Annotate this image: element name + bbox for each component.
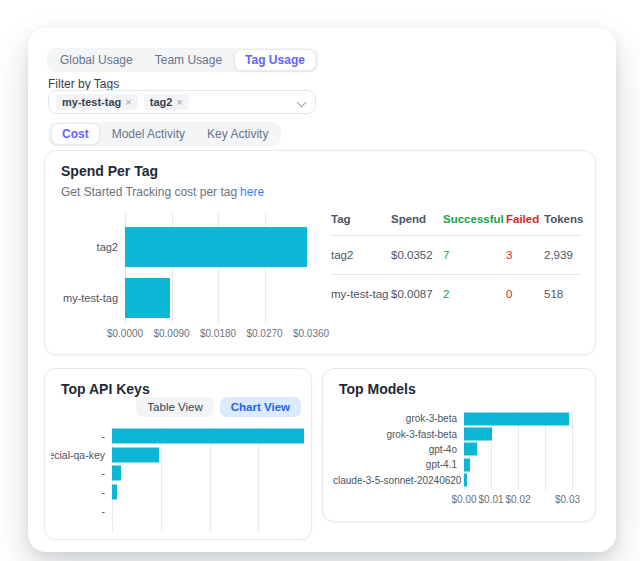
col-header-failed: Failed [506, 207, 544, 236]
cell-tokens: 518 [544, 275, 581, 314]
x-axis: $0.0000$0.0090$0.0180$0.0270$0.0360 [125, 325, 311, 339]
bar [112, 447, 159, 462]
view-toggle: Table View Chart View [136, 397, 301, 417]
bar [112, 485, 117, 500]
chart-row: - [51, 501, 307, 520]
cell-tag: my-test-tag [331, 275, 391, 314]
x-tick-label: $0.0180 [200, 328, 236, 339]
category-label: - [51, 430, 112, 442]
spend-per-tag-chart: tag2my-test-tag $0.0000$0.0090$0.0180$0.… [61, 213, 311, 339]
bar-track [112, 483, 307, 502]
remove-tag-icon[interactable]: × [176, 96, 182, 108]
x-tick-label: $0.01 [479, 494, 504, 505]
tags-filter-select[interactable]: my-test-tag × tag2 × [48, 90, 316, 114]
bar [112, 429, 304, 444]
bar-track [112, 427, 307, 446]
bar [464, 412, 569, 425]
category-label: gpt-4o [333, 444, 464, 455]
bar [464, 474, 467, 487]
cell-tag: tag2 [331, 236, 391, 275]
bar [125, 278, 170, 318]
x-tick-label: $0.0090 [153, 328, 189, 339]
table-row: my-test-tag $0.0087 2 0 518 [331, 275, 581, 314]
chart-row: my-test-tag [61, 272, 311, 323]
bar [125, 227, 307, 267]
bar-track [464, 426, 579, 441]
col-header-tokens: Tokens [544, 207, 581, 236]
category-label: gpt-4.1 [333, 459, 464, 470]
bar-track [112, 446, 307, 465]
dashboard-container: Global Usage Team Usage Tag Usage Filter… [28, 28, 616, 552]
chevron-down-icon [297, 98, 307, 108]
chart-row: grok-3-fast-beta [333, 426, 579, 441]
x-tick-label: $0.00 [451, 494, 476, 505]
category-label: pecial-qa-key [51, 449, 112, 461]
bar-track [464, 457, 579, 472]
category-label: - [51, 467, 112, 479]
category-label: grok-3-fast-beta [333, 429, 464, 440]
subtitle-text: Get Started Tracking cost per tag [61, 185, 237, 199]
category-label: claude-3-5-sonnet-20240620 [333, 475, 464, 486]
col-header-successful: Successful [443, 207, 506, 236]
tab-model-activity[interactable]: Model Activity [102, 124, 195, 144]
spend-card-title: Spend Per Tag [61, 163, 158, 179]
chart-row: - [51, 427, 307, 446]
chart-row: claude-3-5-sonnet-20240620 [333, 473, 579, 488]
col-header-tag: Tag [331, 207, 391, 236]
usage-tabs: Global Usage Team Usage Tag Usage [47, 48, 319, 72]
cell-failed: 3 [506, 236, 544, 275]
api-keys-card-title: Top API Keys [61, 381, 150, 397]
cell-spend: $0.0087 [391, 275, 443, 314]
spend-per-tag-card: Spend Per Tag Get Started Tracking cost … [44, 150, 596, 355]
tab-global-usage[interactable]: Global Usage [50, 50, 143, 70]
tab-tag-usage[interactable]: Tag Usage [234, 49, 316, 71]
category-label: - [51, 486, 112, 498]
category-label: - [51, 505, 112, 517]
selected-tag-pill: tag2 × [144, 94, 189, 110]
chart-row: gpt-4o [333, 442, 579, 457]
bar-track [112, 501, 307, 520]
x-tick-label: $0.0360 [293, 328, 329, 339]
bar-track [112, 464, 307, 483]
x-tick-label: $0.02 [506, 494, 531, 505]
table-view-button[interactable]: Table View [136, 397, 213, 417]
tab-cost[interactable]: Cost [51, 123, 100, 145]
chart-row: pecial-qa-key [51, 446, 307, 465]
tag-pill-label: my-test-tag [62, 96, 121, 108]
chart-row: - [51, 464, 307, 483]
cell-tokens: 2,939 [544, 236, 581, 275]
cell-failed: 0 [506, 275, 544, 314]
top-models-chart: grok-3-betagrok-3-fast-betagpt-4ogpt-4.1… [333, 411, 579, 505]
chart-view-button[interactable]: Chart View [220, 397, 301, 417]
bar-track [464, 473, 579, 488]
bar-track [464, 411, 579, 426]
top-models-card: Top Models grok-3-betagrok-3-fast-betagp… [322, 368, 596, 522]
spend-table: Tag Spend Successful Failed Tokens tag2 … [331, 207, 581, 313]
chart-row: - [51, 483, 307, 502]
bar-track [125, 221, 311, 272]
selected-tag-pill: my-test-tag × [56, 94, 138, 110]
cell-spend: $0.0352 [391, 236, 443, 275]
tab-team-usage[interactable]: Team Usage [145, 50, 232, 70]
view-tabs: Cost Model Activity Key Activity [48, 122, 281, 146]
x-tick-label: $0.03 [555, 494, 580, 505]
remove-tag-icon[interactable]: × [125, 96, 131, 108]
category-label: my-test-tag [61, 292, 125, 304]
bar [464, 443, 477, 456]
cell-successful: 7 [443, 236, 506, 275]
bar [112, 466, 121, 481]
bar-track [464, 442, 579, 457]
tab-key-activity[interactable]: Key Activity [197, 124, 278, 144]
top-api-keys-chart: -pecial-qa-key--- [51, 427, 307, 531]
here-link[interactable]: here [240, 185, 264, 199]
x-tick-label: $0.0000 [107, 328, 143, 339]
bar [464, 428, 492, 441]
chart-row: tag2 [61, 221, 311, 272]
spend-card-subtitle: Get Started Tracking cost per taghere [61, 185, 264, 199]
x-axis: $0.00$0.01$0.02$0.03 [464, 491, 579, 505]
x-tick-label: $0.0270 [246, 328, 282, 339]
table-row: tag2 $0.0352 7 3 2,939 [331, 236, 581, 275]
filter-by-tags-label: Filter by Tags [48, 77, 119, 91]
chart-row: gpt-4.1 [333, 457, 579, 472]
tag-pill-label: tag2 [150, 96, 173, 108]
